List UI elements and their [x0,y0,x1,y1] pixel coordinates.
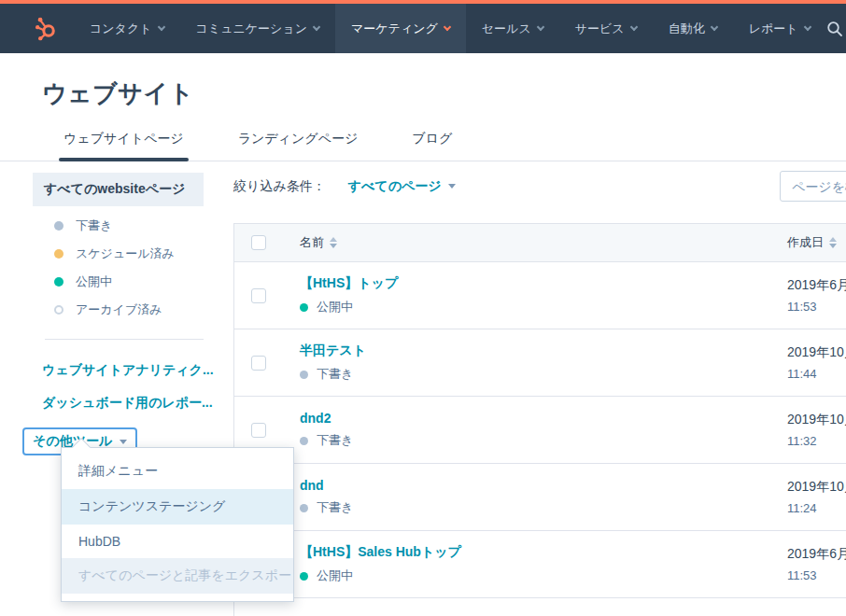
page-name-link[interactable]: 【HtHS】トップ [300,275,787,292]
table-row: 【HtHS】Sales Hubトップ 公開中 2019年6月 11:53 [234,531,846,598]
dropdown-items: 詳細メニューコンテンツステージングHubDBすべてのページと記事をエクスポート [62,454,293,594]
status-filter-item[interactable]: 公開中 [33,268,204,296]
top-navigation: コンタクト コミュニケーション マーケティング セールス サービス 自動化 レポ… [0,0,846,53]
search-pages-input[interactable] [780,171,846,202]
created-date: 2019年10月 [787,479,846,496]
nav-menu-item[interactable]: 自動化 [653,4,733,53]
row-checkbox[interactable] [251,423,266,438]
pages-table: 名前 作成日 【HtHS】トップ 公開中 [233,223,846,616]
status-filter-list: 下書き スケジュール済み 公開中 アーカイブ済み [33,212,204,324]
nav-menu-item[interactable]: サービス [559,4,653,53]
status-dot-icon [54,221,63,231]
table-row: dnd 下書き 2019年10月 11:24 [234,464,846,531]
chevron-down-icon [803,23,811,31]
filter-sidebar: すべてのwebsiteページ 下書き スケジュール済み 公開中 アーカイブ済み … [33,173,204,455]
nav-menu-item[interactable]: レポート [733,4,826,53]
chevron-down-icon [710,23,717,31]
status-label: 公開中 [317,567,353,584]
column-header-created[interactable]: 作成日 [787,234,824,251]
status-dot-icon [54,277,63,287]
sidebar-link[interactable]: ダッシュボード用のレポー... [42,395,204,412]
nav-menu-item[interactable]: マーケティング [335,4,466,53]
status-filter-label: アーカイブ済み [76,301,162,318]
nav-menu-item[interactable]: コミュニケーション [180,4,335,53]
nav-menu-item[interactable]: コンタクト [74,4,180,53]
status-filter-item[interactable]: 下書き [33,212,204,240]
status-dot-icon [300,504,308,512]
select-all-checkbox[interactable] [251,235,266,250]
filter-bar: 絞り込み条件： すべてのページ [233,171,846,202]
status-label: 下書き [317,499,353,516]
caret-down-icon [448,184,456,189]
status-filter-item[interactable]: スケジュール済み [33,240,204,268]
sort-icon[interactable] [330,237,337,248]
dropdown-item[interactable]: 詳細メニュー [62,454,293,489]
table-row: 【HtHS】トップ 公開中 2019年6月 11:53 [234,262,846,329]
search-icon[interactable] [826,4,843,53]
status-dot-icon [300,437,308,445]
status-dot-icon [54,249,63,259]
row-checkbox[interactable] [251,288,266,303]
table-body: 【HtHS】トップ 公開中 2019年6月 11:53 [234,262,846,598]
dropdown-item[interactable]: HubDB [62,525,293,558]
main-menu: コンタクト コミュニケーション マーケティング セールス サービス 自動化 レポ… [74,4,826,53]
status-dot-icon [300,572,308,581]
sidebar-item-all-website-pages[interactable]: すべてのwebsiteページ [33,173,204,206]
sidebar-links: ウェブサイトアナリティク...ダッシュボード用のレポー... [42,362,204,412]
created-date: 2019年10月 [787,344,846,361]
table-row: 半田テスト 下書き 2019年10月 11:44 [234,329,846,397]
status-filter-label: 公開中 [76,273,112,290]
status-filter-label: スケジュール済み [76,245,175,262]
dropdown-item[interactable]: コンテンツステージング [62,489,293,525]
created-time: 11:32 [787,434,846,448]
page-title: ウェブサイト [42,77,846,110]
page-name-link[interactable]: 半田テスト [300,343,787,359]
table-header: 名前 作成日 [234,224,846,262]
dropdown-item[interactable]: すべてのページと記事をエクスポート [62,558,293,594]
sort-icon[interactable] [829,237,837,248]
table-row-partial [234,598,846,616]
sidebar-divider [45,339,204,340]
status-dot-icon [300,371,308,379]
page-name-link[interactable]: dnd2 [300,411,787,426]
created-date: 2019年10月 [787,412,846,428]
chevron-down-icon [313,23,320,31]
status-label: 公開中 [317,299,353,315]
status-dot-icon [300,303,308,312]
row-checkbox[interactable] [251,356,266,371]
status-dot-icon [54,305,63,315]
page-filter-dropdown[interactable]: すべてのページ [348,178,456,195]
filter-label: 絞り込み条件： [233,178,326,195]
table-row: dnd2 下書き 2019年10月 11:32 [234,397,846,464]
created-date: 2019年6月 [787,277,846,294]
more-tools-dropdown: 詳細メニューコンテンツステージングHubDBすべてのページと記事をエクスポート [61,447,294,602]
chevron-down-icon [157,23,164,31]
hubspot-sprocket-icon[interactable] [34,4,59,53]
status-filter-item[interactable]: アーカイブ済み [33,296,204,324]
created-time: 11:53 [787,568,846,582]
created-time: 11:53 [787,300,846,314]
sidebar-link[interactable]: ウェブサイトアナリティク... [42,362,204,379]
column-header-name[interactable]: 名前 [300,234,324,251]
chevron-down-icon [629,23,637,31]
chevron-down-icon [536,23,543,31]
chevron-down-icon [444,23,451,31]
page-name-link[interactable]: 【HtHS】Sales Hubトップ [300,544,787,561]
caret-down-icon [120,440,127,444]
created-date: 2019年6月 [787,546,846,563]
pages-main: 絞り込み条件： すべてのページ 名前 作成日 [233,157,846,616]
status-label: 下書き [317,432,353,449]
status-label: 下書き [317,366,353,383]
status-filter-label: 下書き [76,217,112,234]
nav-menu-item[interactable]: セールス [466,4,559,53]
created-time: 11:24 [787,501,846,515]
page-name-link[interactable]: dnd [300,478,787,493]
created-time: 11:44 [787,367,846,381]
